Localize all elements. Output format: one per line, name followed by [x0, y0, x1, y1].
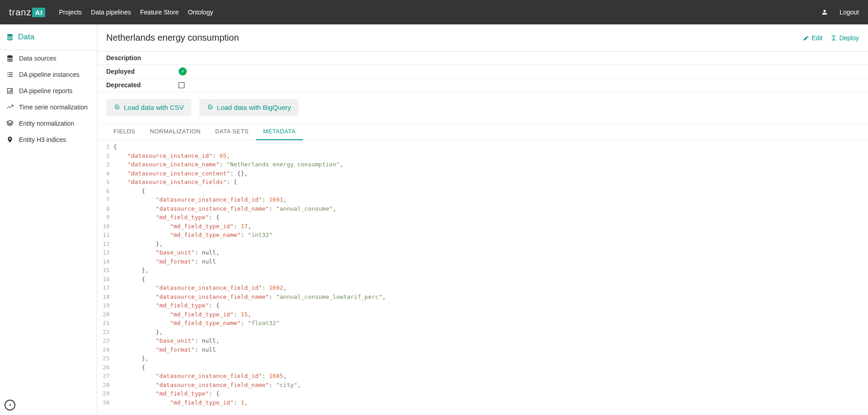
sidebar-item-label: DA pipeline reports [19, 87, 72, 94]
location-icon [6, 136, 14, 143]
layers-icon [6, 120, 14, 127]
deprecated-label: Deprecated [106, 81, 179, 89]
edit-label: Edit [811, 34, 822, 42]
settings-suggest-icon [113, 104, 120, 111]
deployed-label: Deployed [106, 68, 179, 75]
load-csv-label: Load data with CSV [124, 104, 184, 111]
top-nav: Projects Data pipelines Feature Store On… [59, 9, 213, 16]
chart-icon [6, 87, 14, 94]
user-icon[interactable] [821, 9, 828, 16]
deploy-button[interactable]: Deploy [830, 34, 859, 42]
nav-feature-store[interactable]: Feature Store [140, 9, 179, 16]
nav-projects[interactable]: Projects [59, 9, 82, 16]
page-actions: Edit Deploy [803, 34, 859, 42]
sidebar-item-data-sources[interactable]: Data sources [0, 50, 97, 66]
info-description-row: Description [97, 52, 868, 65]
sidebar: Data Data sources DA pipeline instances … [0, 24, 97, 415]
sidebar-item-pipeline-instances[interactable]: DA pipeline instances [0, 66, 97, 83]
sidebar-collapse-button[interactable] [5, 400, 15, 410]
sidebar-item-entity-norm[interactable]: Entity normalization [0, 115, 97, 132]
deploy-icon [830, 35, 837, 41]
sidebar-item-label: Entity normalization [19, 120, 74, 127]
brand-text: tranz [9, 7, 31, 18]
load-csv-button[interactable]: Load data with CSV [106, 99, 191, 116]
tab-normalization[interactable]: NORMALIZATION [143, 123, 208, 140]
tab-fields[interactable]: FIELDS [106, 123, 143, 140]
sidebar-item-label: DA pipeline instances [19, 71, 80, 78]
settings-suggest-icon [207, 104, 213, 111]
top-header: tranzAI Projects Data pipelines Feature … [0, 0, 868, 24]
tabs: FIELDS NORMALIZATION DATA SETS METADATA [97, 123, 868, 141]
sidebar-item-time-serie[interactable]: Time serie normalization [0, 99, 97, 115]
header-right: Logout [821, 9, 859, 16]
sidebar-item-label: Time serie normalization [19, 104, 88, 111]
deployed-check-icon [179, 67, 187, 75]
sidebar-header[interactable]: Data [0, 24, 97, 50]
code-body: { "datasource_instance_id": 65, "datasou… [113, 141, 386, 409]
sidebar-item-label: Data sources [19, 55, 56, 62]
tab-data-sets[interactable]: DATA SETS [208, 123, 256, 140]
sidebar-item-entity-h3[interactable]: Entity H3 indices [0, 132, 97, 148]
page-header: Netherlands energy consumption Edit Depl… [97, 24, 868, 52]
brand-box: AI [32, 8, 45, 17]
nav-data-pipelines[interactable]: Data pipelines [91, 9, 131, 16]
main-content: Netherlands energy consumption Edit Depl… [97, 24, 868, 415]
deprecated-unchecked-icon [179, 82, 184, 88]
info-deployed-row: Deployed [97, 65, 868, 79]
nav-ontology[interactable]: Ontology [188, 9, 213, 16]
code-gutter: 1234567891011121314151617181920212223242… [97, 141, 113, 409]
list-icon [6, 71, 14, 78]
timeline-icon [6, 104, 14, 111]
load-bq-label: Load data with BigQuery [217, 104, 291, 111]
chevron-left-icon [7, 402, 13, 408]
tab-metadata[interactable]: METADATA [256, 123, 303, 140]
load-bigquery-button[interactable]: Load data with BigQuery [199, 99, 298, 116]
load-buttons-row: Load data with CSV Load data with BigQue… [97, 92, 868, 123]
deploy-label: Deploy [839, 34, 859, 42]
brand-logo[interactable]: tranzAI [9, 7, 45, 18]
edit-button[interactable]: Edit [803, 34, 822, 42]
description-label: Description [106, 54, 179, 61]
edit-icon [803, 35, 809, 41]
sidebar-header-label: Data [18, 33, 34, 42]
logout-link[interactable]: Logout [840, 9, 859, 16]
database-icon [6, 33, 14, 41]
metadata-code-view[interactable]: 1234567891011121314151617181920212223242… [97, 141, 868, 409]
sidebar-item-label: Entity H3 indices [19, 136, 66, 143]
info-deprecated-row: Deprecated [97, 79, 868, 92]
database-icon [6, 55, 14, 62]
sidebar-item-pipeline-reports[interactable]: DA pipeline reports [0, 83, 97, 99]
page-title: Netherlands energy consumption [106, 33, 239, 43]
